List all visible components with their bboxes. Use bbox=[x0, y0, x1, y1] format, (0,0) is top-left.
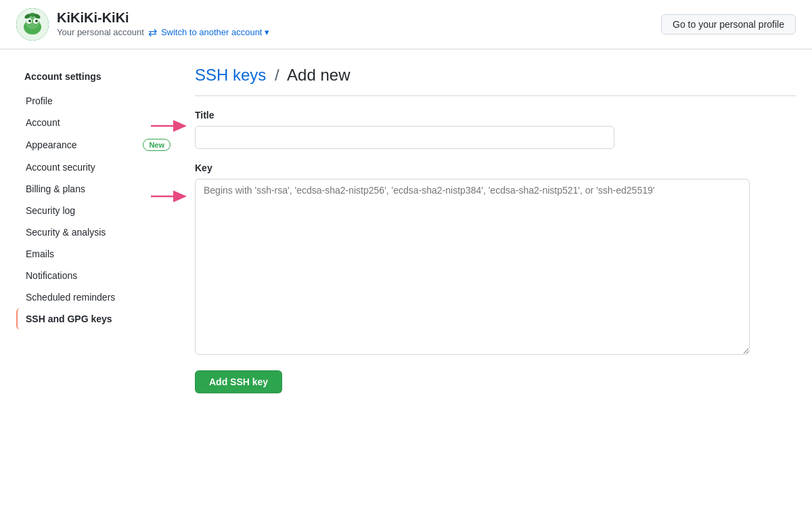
personal-account-label: Your personal account bbox=[57, 27, 144, 37]
header-subtitle: Your personal account ⇄ Switch to anothe… bbox=[57, 26, 269, 39]
pink-arrow-2 bbox=[151, 187, 188, 206]
header: KiKiKi-KiKi Your personal account ⇄ Swit… bbox=[0, 0, 812, 49]
add-ssh-key-button[interactable]: Add SSH key bbox=[195, 370, 282, 393]
sidebar-item-appearance[interactable]: Appearance New bbox=[16, 133, 179, 156]
title-input[interactable] bbox=[195, 126, 614, 149]
switch-icon: ⇄ bbox=[148, 26, 157, 39]
title-form-group: Title bbox=[195, 110, 796, 149]
svg-point-6 bbox=[35, 20, 38, 22]
new-badge: New bbox=[143, 139, 171, 151]
sidebar-item-emails[interactable]: Emails bbox=[16, 243, 179, 265]
sidebar-title: Account settings bbox=[16, 66, 179, 90]
page-title: SSH keys / Add new bbox=[195, 66, 796, 96]
svg-point-5 bbox=[28, 20, 31, 22]
ssh-keys-link[interactable]: SSH keys bbox=[195, 66, 266, 84]
header-username: KiKiKi-KiKi bbox=[57, 10, 269, 26]
personal-profile-button[interactable]: Go to your personal profile bbox=[661, 14, 796, 35]
key-textarea[interactable] bbox=[195, 179, 750, 355]
key-label: Key bbox=[195, 162, 796, 173]
switch-account-link[interactable]: Switch to another account ▾ bbox=[161, 27, 270, 37]
avatar bbox=[16, 8, 49, 41]
pink-arrow-1 bbox=[151, 116, 188, 135]
header-left: KiKiKi-KiKi Your personal account ⇄ Swit… bbox=[16, 8, 269, 41]
sidebar-item-security-analysis[interactable]: Security & analysis bbox=[16, 221, 179, 243]
sidebar-item-notifications[interactable]: Notifications bbox=[16, 265, 179, 286]
submit-group: Add SSH key bbox=[195, 370, 796, 393]
main-content: SSH keys / Add new Title bbox=[195, 66, 796, 407]
chevron-down-icon: ▾ bbox=[265, 27, 269, 37]
sidebar-item-account-security[interactable]: Account security bbox=[16, 156, 179, 178]
sidebar-item-ssh-gpg[interactable]: SSH and GPG keys bbox=[16, 308, 179, 330]
key-form-group: Key bbox=[195, 162, 796, 357]
page-layout: Account settings Profile Account Appeara… bbox=[0, 49, 812, 423]
breadcrumb-current: Add new bbox=[287, 66, 350, 84]
sidebar-item-scheduled-reminders[interactable]: Scheduled reminders bbox=[16, 286, 179, 308]
header-title: KiKiKi-KiKi Your personal account ⇄ Swit… bbox=[57, 10, 269, 39]
title-label: Title bbox=[195, 110, 796, 121]
breadcrumb-separator: / bbox=[275, 66, 279, 84]
sidebar-item-profile[interactable]: Profile bbox=[16, 90, 179, 112]
